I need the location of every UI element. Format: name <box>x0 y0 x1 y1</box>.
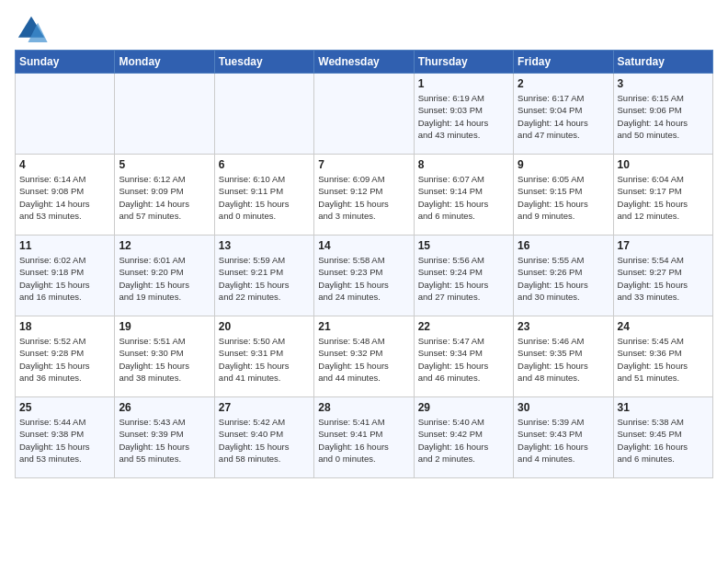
day-info: Sunrise: 5:59 AM Sunset: 9:21 PM Dayligh… <box>219 254 310 303</box>
day-info: Sunrise: 5:51 AM Sunset: 9:30 PM Dayligh… <box>119 335 210 384</box>
day-cell: 21Sunrise: 5:48 AM Sunset: 9:32 PM Dayli… <box>314 316 414 397</box>
day-cell: 6Sunrise: 6:10 AM Sunset: 9:11 PM Daylig… <box>214 155 313 236</box>
day-number: 19 <box>119 320 210 333</box>
day-cell: 8Sunrise: 6:07 AM Sunset: 9:14 PM Daylig… <box>414 155 513 236</box>
day-number: 26 <box>119 401 210 414</box>
header-cell-wednesday: Wednesday <box>314 51 414 74</box>
day-number: 25 <box>19 401 110 414</box>
day-info: Sunrise: 6:09 AM Sunset: 9:12 PM Dayligh… <box>318 173 409 222</box>
day-number: 11 <box>19 239 110 252</box>
header-cell-thursday: Thursday <box>414 51 513 74</box>
week-row-4: 18Sunrise: 5:52 AM Sunset: 9:28 PM Dayli… <box>16 316 713 397</box>
day-number: 28 <box>318 401 409 414</box>
day-number: 27 <box>219 401 310 414</box>
calendar-body: 1Sunrise: 6:19 AM Sunset: 9:03 PM Daylig… <box>16 74 713 478</box>
day-info: Sunrise: 6:01 AM Sunset: 9:20 PM Dayligh… <box>119 254 210 303</box>
day-cell: 2Sunrise: 6:17 AM Sunset: 9:04 PM Daylig… <box>514 74 613 155</box>
week-row-5: 25Sunrise: 5:44 AM Sunset: 9:38 PM Dayli… <box>16 397 713 478</box>
day-number: 10 <box>618 158 709 171</box>
day-cell: 30Sunrise: 5:39 AM Sunset: 9:43 PM Dayli… <box>514 397 613 478</box>
day-info: Sunrise: 5:44 AM Sunset: 9:38 PM Dayligh… <box>19 416 110 465</box>
day-number: 12 <box>119 239 210 252</box>
day-info: Sunrise: 5:39 AM Sunset: 9:43 PM Dayligh… <box>518 416 609 465</box>
day-info: Sunrise: 5:56 AM Sunset: 9:24 PM Dayligh… <box>418 254 509 303</box>
day-number: 7 <box>318 158 409 171</box>
day-info: Sunrise: 6:17 AM Sunset: 9:04 PM Dayligh… <box>518 92 609 141</box>
day-number: 8 <box>418 158 509 171</box>
day-info: Sunrise: 6:07 AM Sunset: 9:14 PM Dayligh… <box>418 173 509 222</box>
day-info: Sunrise: 6:19 AM Sunset: 9:03 PM Dayligh… <box>418 92 509 141</box>
day-cell: 22Sunrise: 5:47 AM Sunset: 9:34 PM Dayli… <box>414 316 513 397</box>
day-info: Sunrise: 5:50 AM Sunset: 9:31 PM Dayligh… <box>219 335 310 384</box>
day-info: Sunrise: 5:38 AM Sunset: 9:45 PM Dayligh… <box>618 416 709 465</box>
day-number: 30 <box>518 401 609 414</box>
week-row-1: 1Sunrise: 6:19 AM Sunset: 9:03 PM Daylig… <box>16 74 713 155</box>
header-cell-tuesday: Tuesday <box>214 51 313 74</box>
day-cell: 23Sunrise: 5:46 AM Sunset: 9:35 PM Dayli… <box>514 316 613 397</box>
page-header <box>15 15 713 42</box>
day-info: Sunrise: 6:02 AM Sunset: 9:18 PM Dayligh… <box>19 254 110 303</box>
logo <box>15 15 51 42</box>
calendar-table: SundayMondayTuesdayWednesdayThursdayFrid… <box>15 50 713 478</box>
day-info: Sunrise: 5:40 AM Sunset: 9:42 PM Dayligh… <box>418 416 509 465</box>
day-number: 15 <box>418 239 509 252</box>
day-cell: 31Sunrise: 5:38 AM Sunset: 9:45 PM Dayli… <box>613 397 712 478</box>
day-number: 20 <box>219 320 310 333</box>
day-info: Sunrise: 5:43 AM Sunset: 9:39 PM Dayligh… <box>119 416 210 465</box>
day-cell: 18Sunrise: 5:52 AM Sunset: 9:28 PM Dayli… <box>16 316 115 397</box>
day-cell: 5Sunrise: 6:12 AM Sunset: 9:09 PM Daylig… <box>115 155 214 236</box>
header-cell-friday: Friday <box>514 51 613 74</box>
day-cell: 3Sunrise: 6:15 AM Sunset: 9:06 PM Daylig… <box>613 74 712 155</box>
day-number: 6 <box>219 158 310 171</box>
day-cell: 9Sunrise: 6:05 AM Sunset: 9:15 PM Daylig… <box>514 155 613 236</box>
day-info: Sunrise: 5:47 AM Sunset: 9:34 PM Dayligh… <box>418 335 509 384</box>
day-cell: 15Sunrise: 5:56 AM Sunset: 9:24 PM Dayli… <box>414 236 513 316</box>
day-info: Sunrise: 5:54 AM Sunset: 9:27 PM Dayligh… <box>618 254 709 303</box>
day-info: Sunrise: 5:41 AM Sunset: 9:41 PM Dayligh… <box>318 416 409 465</box>
header-cell-saturday: Saturday <box>613 51 712 74</box>
day-cell <box>314 74 414 155</box>
day-cell: 10Sunrise: 6:04 AM Sunset: 9:17 PM Dayli… <box>613 155 712 236</box>
day-number: 16 <box>518 239 609 252</box>
day-cell: 19Sunrise: 5:51 AM Sunset: 9:30 PM Dayli… <box>115 316 214 397</box>
day-cell: 1Sunrise: 6:19 AM Sunset: 9:03 PM Daylig… <box>414 74 513 155</box>
day-number: 1 <box>418 77 509 90</box>
header-cell-monday: Monday <box>115 51 214 74</box>
day-cell <box>16 74 115 155</box>
day-info: Sunrise: 6:04 AM Sunset: 9:17 PM Dayligh… <box>618 173 709 222</box>
day-cell: 25Sunrise: 5:44 AM Sunset: 9:38 PM Dayli… <box>16 397 115 478</box>
logo-icon <box>15 15 48 42</box>
day-number: 31 <box>618 401 709 414</box>
day-cell: 7Sunrise: 6:09 AM Sunset: 9:12 PM Daylig… <box>314 155 414 236</box>
day-cell: 17Sunrise: 5:54 AM Sunset: 9:27 PM Dayli… <box>613 236 712 316</box>
day-number: 17 <box>618 239 709 252</box>
day-cell: 12Sunrise: 6:01 AM Sunset: 9:20 PM Dayli… <box>115 236 214 316</box>
day-cell <box>214 74 313 155</box>
day-number: 9 <box>518 158 609 171</box>
header-row: SundayMondayTuesdayWednesdayThursdayFrid… <box>16 51 713 74</box>
day-info: Sunrise: 5:55 AM Sunset: 9:26 PM Dayligh… <box>518 254 609 303</box>
day-number: 4 <box>19 158 110 171</box>
day-number: 22 <box>418 320 509 333</box>
header-cell-sunday: Sunday <box>16 51 115 74</box>
day-cell: 13Sunrise: 5:59 AM Sunset: 9:21 PM Dayli… <box>214 236 313 316</box>
day-cell: 4Sunrise: 6:14 AM Sunset: 9:08 PM Daylig… <box>16 155 115 236</box>
day-cell <box>115 74 214 155</box>
day-number: 13 <box>219 239 310 252</box>
day-info: Sunrise: 6:12 AM Sunset: 9:09 PM Dayligh… <box>119 173 210 222</box>
day-cell: 28Sunrise: 5:41 AM Sunset: 9:41 PM Dayli… <box>314 397 414 478</box>
day-number: 3 <box>618 77 709 90</box>
day-info: Sunrise: 6:10 AM Sunset: 9:11 PM Dayligh… <box>219 173 310 222</box>
day-number: 29 <box>418 401 509 414</box>
day-cell: 14Sunrise: 5:58 AM Sunset: 9:23 PM Dayli… <box>314 236 414 316</box>
day-cell: 29Sunrise: 5:40 AM Sunset: 9:42 PM Dayli… <box>414 397 513 478</box>
day-info: Sunrise: 6:14 AM Sunset: 9:08 PM Dayligh… <box>19 173 110 222</box>
day-cell: 27Sunrise: 5:42 AM Sunset: 9:40 PM Dayli… <box>214 397 313 478</box>
day-number: 21 <box>318 320 409 333</box>
day-cell: 16Sunrise: 5:55 AM Sunset: 9:26 PM Dayli… <box>514 236 613 316</box>
day-number: 18 <box>19 320 110 333</box>
day-cell: 11Sunrise: 6:02 AM Sunset: 9:18 PM Dayli… <box>16 236 115 316</box>
day-number: 14 <box>318 239 409 252</box>
day-cell: 26Sunrise: 5:43 AM Sunset: 9:39 PM Dayli… <box>115 397 214 478</box>
day-info: Sunrise: 6:05 AM Sunset: 9:15 PM Dayligh… <box>518 173 609 222</box>
